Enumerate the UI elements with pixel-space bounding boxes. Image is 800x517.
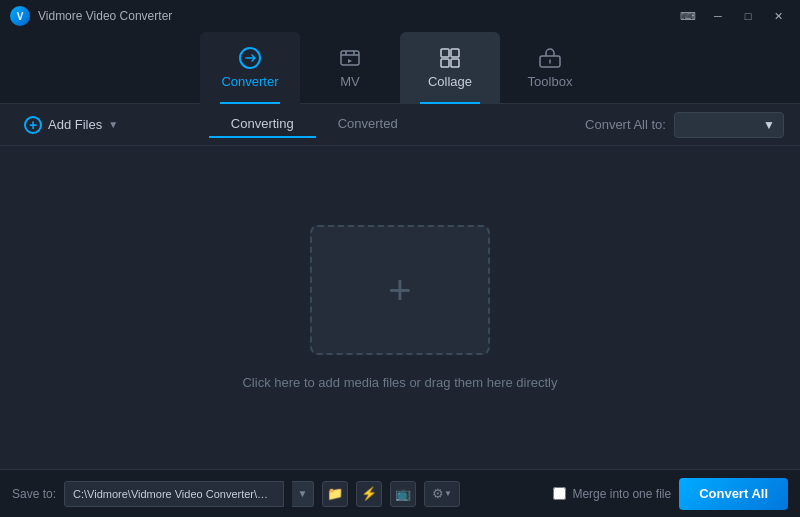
svg-rect-5 <box>451 59 459 67</box>
converter-icon <box>238 46 262 70</box>
save-to-label: Save to: <box>12 487 56 501</box>
screen-btn[interactable]: 📺 <box>390 481 416 507</box>
save-path-input[interactable]: C:\Vidmore\Vidmore Video Converter\Conve… <box>64 481 284 507</box>
converted-tab[interactable]: Converted <box>316 111 420 138</box>
restore-icon: □ <box>745 10 752 22</box>
convert-all-to-label: Convert All to: <box>585 117 666 132</box>
keyboard-icon: ⌨ <box>680 10 696 23</box>
svg-rect-2 <box>441 49 449 57</box>
add-files-button[interactable]: + Add Files ▼ <box>16 112 126 138</box>
svg-rect-3 <box>451 49 459 57</box>
tab-switcher: Converting Converted <box>209 111 420 138</box>
tab-mv-label: MV <box>340 74 360 89</box>
settings-btn[interactable]: ⚙ ▼ <box>424 481 460 507</box>
tab-converter-label: Converter <box>221 74 278 89</box>
bottom-bar: Save to: C:\Vidmore\Vidmore Video Conver… <box>0 469 800 517</box>
format-dropdown-arrow: ▼ <box>763 118 775 132</box>
tab-collage-label: Collage <box>428 74 472 89</box>
toolbox-icon <box>538 46 562 70</box>
folder-icon: 📁 <box>327 486 343 501</box>
svg-rect-4 <box>441 59 449 67</box>
tab-collage[interactable]: Collage <box>400 32 500 104</box>
tab-toolbox[interactable]: Toolbox <box>500 32 600 104</box>
merge-label[interactable]: Merge into one file <box>572 487 671 501</box>
settings-dropdown-icon: ▼ <box>444 489 452 498</box>
tab-toolbox-label: Toolbox <box>528 74 573 89</box>
toolbar: + Add Files ▼ Converting Converted Conve… <box>0 104 800 146</box>
tab-mv[interactable]: MV <box>300 32 400 104</box>
close-icon: ✕ <box>774 10 783 23</box>
merge-checkbox[interactable] <box>553 487 566 500</box>
title-bar: V Vidmore Video Converter ⌨ ─ □ ✕ <box>0 0 800 32</box>
format-dropdown[interactable]: ▼ <box>674 112 784 138</box>
app-logo: V <box>10 6 30 26</box>
add-files-dropdown-icon: ▼ <box>108 119 118 130</box>
app-title: Vidmore Video Converter <box>38 9 172 23</box>
flash-btn[interactable]: ⚡ <box>356 481 382 507</box>
settings-icon: ⚙ <box>432 486 444 501</box>
svg-rect-1 <box>341 51 359 65</box>
add-plus-icon: + <box>24 116 42 134</box>
drop-zone-plus-icon: + <box>388 270 411 310</box>
flash-icon: ⚡ <box>361 486 377 501</box>
path-dropdown-icon: ▼ <box>298 488 308 499</box>
minimize-btn[interactable]: ─ <box>704 4 732 28</box>
screen-icon: 📺 <box>395 486 411 501</box>
collage-icon <box>438 46 462 70</box>
convert-all-button[interactable]: Convert All <box>679 478 788 510</box>
title-bar-left: V Vidmore Video Converter <box>10 6 172 26</box>
drop-hint: Click here to add media files or drag th… <box>242 375 557 390</box>
merge-checkbox-container: Merge into one file <box>553 487 671 501</box>
mv-icon <box>338 46 362 70</box>
path-dropdown-btn[interactable]: ▼ <box>292 481 314 507</box>
nav-tabs: Converter MV Collage <box>0 32 800 104</box>
open-folder-btn[interactable]: 📁 <box>322 481 348 507</box>
convert-all-to: Convert All to: ▼ <box>585 112 784 138</box>
keyboard-btn[interactable]: ⌨ <box>674 4 702 28</box>
tab-converter[interactable]: Converter <box>200 32 300 104</box>
converting-tab[interactable]: Converting <box>209 111 316 138</box>
main-content: + Click here to add media files or drag … <box>0 146 800 469</box>
restore-btn[interactable]: □ <box>734 4 762 28</box>
minimize-icon: ─ <box>714 10 722 22</box>
drop-zone[interactable]: + <box>310 225 490 355</box>
close-btn[interactable]: ✕ <box>764 4 792 28</box>
add-files-label: Add Files <box>48 117 102 132</box>
title-bar-controls: ⌨ ─ □ ✕ <box>674 4 792 28</box>
